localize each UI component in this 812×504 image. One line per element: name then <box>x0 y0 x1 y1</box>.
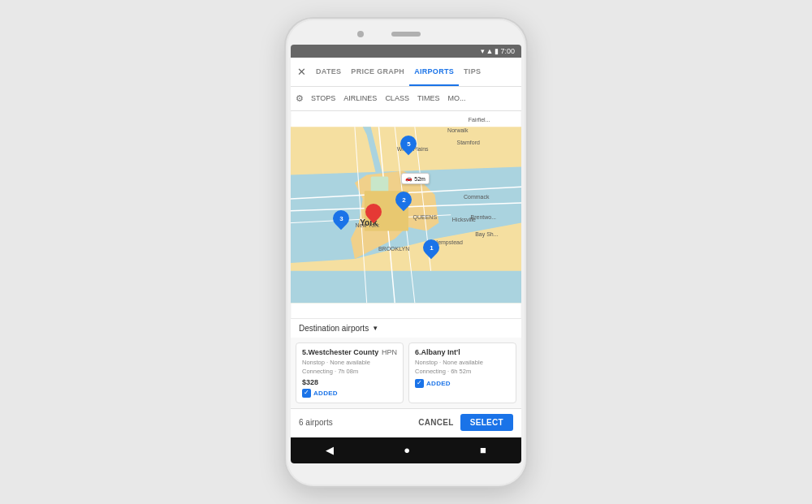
label-stamford: Stamford <box>456 140 479 145</box>
destination-label: Destination airports <box>299 324 369 333</box>
dropdown-arrow: ▼ <box>372 325 378 332</box>
status-bar: ▾ ▲ ▮ 7:00 <box>291 45 521 58</box>
label-bay-shore: Bay Sh... <box>475 231 498 237</box>
check-icon: ✓ <box>304 390 309 396</box>
added-label-albany: ADDED <box>426 380 451 387</box>
phone-nav-bar: ◀ ● ■ <box>291 437 521 463</box>
drive-time-badge: 🚗 52m <box>401 173 430 184</box>
status-icons: ▾ ▲ ▮ 7:00 <box>481 47 515 55</box>
airport-connecting-westchester: Connecting · 7h 08m <box>302 367 397 376</box>
filter-stops[interactable]: STOPS <box>307 94 339 102</box>
added-badge-albany: ✓ ADDED <box>415 379 510 388</box>
phone-camera <box>357 31 364 37</box>
label-brooklyn: BROOKLYN <box>378 246 409 252</box>
map-pin-1[interactable]: 1 <box>423 239 439 256</box>
battery-icon: ▮ <box>495 47 499 55</box>
close-button[interactable]: ✕ <box>296 66 311 78</box>
airport-price-westchester: $328 <box>302 378 397 386</box>
checkbox-westchester[interactable]: ✓ <box>302 389 311 398</box>
back-button[interactable]: ◀ <box>326 444 334 456</box>
select-button[interactable]: SELECT <box>460 414 513 431</box>
check-icon-albany: ✓ <box>417 380 422 386</box>
home-button[interactable]: ● <box>404 444 410 456</box>
airport-nonstop-westchester: Nonstop · None available <box>302 358 397 367</box>
signal-icon: ▲ <box>486 47 494 55</box>
filter-class[interactable]: CLASS <box>381 94 413 102</box>
cancel-button[interactable]: CANCEL <box>418 418 453 427</box>
airport-name-albany: 6.Albany Int'l <box>415 348 510 356</box>
bottom-action-bar: 6 airports CANCEL SELECT <box>291 408 521 436</box>
filter-more[interactable]: MO... <box>443 94 469 102</box>
filter-times[interactable]: TIMES <box>413 94 444 102</box>
recent-button[interactable]: ■ <box>480 444 486 456</box>
phone-frame: ▾ ▲ ▮ 7:00 ✕ DATES PRICE GRAPH AIRPORTS … <box>284 17 528 488</box>
airport-connecting-albany: Connecting · 6h 52m <box>415 367 510 376</box>
added-label-westchester: ADDED <box>313 390 338 397</box>
tab-tips[interactable]: TIPS <box>459 58 486 86</box>
map-pin-destination[interactable] <box>365 204 382 220</box>
phone-screen: ▾ ▲ ▮ 7:00 ✕ DATES PRICE GRAPH AIRPORTS … <box>291 45 521 463</box>
filter-airlines[interactable]: AIRLINES <box>339 94 381 102</box>
airport-card-albany[interactable]: 6.Albany Int'l Nonstop · None available … <box>408 342 516 403</box>
label-commack: Commack <box>464 194 490 200</box>
filter-bar: ⚙ STOPS AIRLINES CLASS TIMES MO... <box>291 87 521 111</box>
label-queens: QUEENS <box>413 214 438 220</box>
tab-airports[interactable]: AIRPORTS <box>409 58 459 86</box>
label-fairfield: Fairfiel... <box>469 117 490 123</box>
bottom-actions: CANCEL SELECT <box>418 414 513 431</box>
map-area[interactable]: Fairfiel... Norwalk Stamford White Plain… <box>291 111 521 319</box>
car-icon: 🚗 <box>405 175 412 182</box>
map-pin-5[interactable]: 5 <box>400 136 417 152</box>
label-norwalk: Norwalk <box>447 127 468 133</box>
tab-price-graph[interactable]: PRICE GRAPH <box>346 58 409 86</box>
filter-icon[interactable]: ⚙ <box>296 93 304 104</box>
airports-count: 6 airports <box>299 418 333 427</box>
nav-tabs: ✕ DATES PRICE GRAPH AIRPORTS TIPS <box>291 58 521 87</box>
airport-code-hpn: HPN <box>382 348 397 356</box>
phone-speaker <box>391 32 421 37</box>
airport-card-westchester[interactable]: HPN 5.Westchester County Nonstop · None … <box>296 342 404 403</box>
tab-dates[interactable]: DATES <box>311 58 346 86</box>
wifi-icon: ▾ <box>481 47 485 55</box>
added-badge-westchester: ✓ ADDED <box>302 389 397 398</box>
airport-nonstop-albany: Nonstop · None available <box>415 358 510 367</box>
phone-top-bar <box>291 25 521 43</box>
time-display: 7:00 <box>500 47 515 55</box>
map-pin-2[interactable]: 2 <box>395 192 412 208</box>
airport-cards: HPN 5.Westchester County Nonstop · None … <box>291 338 521 408</box>
map-pin-3[interactable]: 3 <box>333 210 349 226</box>
svg-marker-1 <box>291 270 521 302</box>
destination-airports-bar[interactable]: Destination airports ▼ <box>291 318 521 338</box>
drive-time: 52m <box>414 176 425 182</box>
label-brentwood: Brentwo... <box>471 214 497 220</box>
checkbox-albany[interactable]: ✓ <box>415 379 424 388</box>
